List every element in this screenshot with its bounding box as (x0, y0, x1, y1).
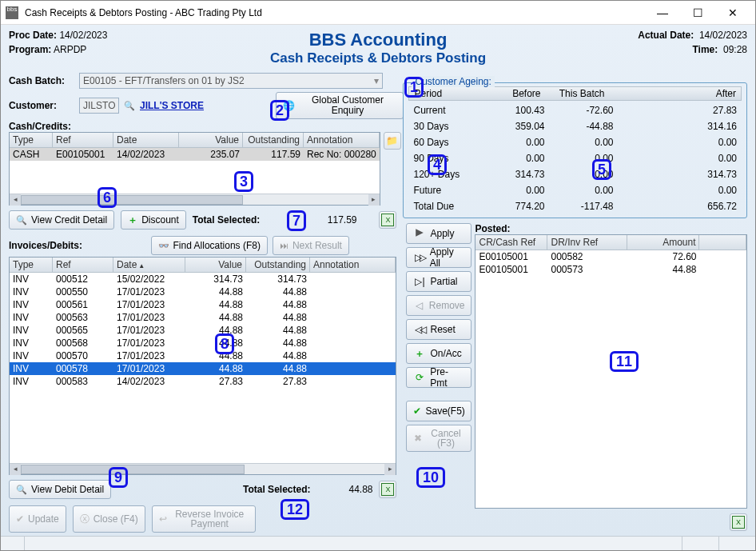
posted-row[interactable]: E0010500100057344.88 (475, 263, 746, 276)
excel-icon (732, 516, 745, 529)
close-button[interactable]: ✕ (715, 2, 750, 24)
lookup-customer-icon[interactable] (124, 100, 135, 111)
proc-date-label: Proc Date: (9, 30, 57, 41)
magnifier-icon (16, 214, 27, 226)
actual-date-value: 14/02/2023 (699, 30, 747, 41)
callout-4: 4 (428, 154, 447, 175)
credits-export-excel-button[interactable] (379, 211, 396, 229)
debits-export-excel-button[interactable] (379, 481, 396, 498)
customer-ageing-legend: Customer Ageing: (412, 76, 494, 87)
debits-row[interactable]: INV00051215/02/2022314.73314.73 (10, 273, 396, 285)
on-acc-button[interactable]: ＋On/Acc (406, 343, 472, 364)
callout-3: 3 (234, 171, 253, 192)
debits-row[interactable]: INV00057817/01/202344.8844.88 (10, 362, 396, 375)
ageing-row: 60 Days0.000.000.00 (408, 136, 742, 149)
app-icon: bbs (6, 6, 18, 19)
customer-label: Customer: (9, 100, 74, 111)
minimize-button[interactable]: — (645, 2, 680, 24)
svg-marker-0 (416, 229, 424, 237)
partial-button[interactable]: ▷|Partial (406, 271, 472, 292)
remove-button[interactable]: ◁Remove (406, 295, 472, 316)
debits-grid-header[interactable]: Type Ref Date▲ Value Outstanding Annotat… (10, 258, 396, 273)
excel-icon (381, 214, 394, 226)
credits-total-selected-value: 117.59 (266, 214, 372, 226)
cash-batch-label: Cash Batch: (9, 75, 74, 86)
cancel-button[interactable]: ✖Cancel (F3) (406, 425, 472, 452)
view-debit-detail-button[interactable]: View Debit Detail (9, 480, 111, 499)
posted-row[interactable]: E0010500100058272.60 (475, 250, 746, 263)
callout-7: 7 (287, 210, 306, 231)
debits-row[interactable]: INV00056517/01/202344.8844.88 (10, 324, 396, 337)
app-subtitle: Cash Receipts & Debtors Posting (193, 50, 563, 66)
debits-row[interactable]: INV00056317/01/202344.8844.88 (10, 311, 396, 324)
ageing-row: Current100.43-72.6027.83 (408, 104, 742, 117)
global-customer-enquiry-button[interactable]: 🌐 Global Customer Enquiry (276, 92, 404, 119)
magnifier-icon (16, 484, 27, 495)
credits-hscroll[interactable]: ◂▸ (10, 194, 380, 205)
save-button[interactable]: ✔Save(F5) (406, 401, 472, 421)
update-button[interactable]: ✔Update (9, 505, 66, 533)
binoculars-icon (158, 240, 169, 251)
check-icon: ✔ (16, 513, 24, 525)
ageing-header: Period Before This Batch After (408, 86, 742, 101)
apply-button[interactable]: Apply (406, 223, 472, 244)
window-title: Cash Receipts & Debtors Posting - ABC Tr… (25, 7, 645, 18)
next-result-button[interactable]: Next Result (273, 236, 349, 255)
maximize-button[interactable]: ☐ (680, 2, 715, 24)
time-value: 09:28 (723, 44, 747, 55)
view-credit-detail-button[interactable]: View Credit Detail (9, 210, 114, 230)
excel-icon (381, 483, 394, 496)
find-allocations-button[interactable]: Find Allocations (F8) (151, 236, 268, 255)
callout-8: 8 (215, 333, 234, 354)
status-bar (1, 536, 755, 550)
credits-grid-body[interactable]: CASHE0010500114/02/2023235.07117.59Rec N… (10, 148, 380, 194)
sort-asc-icon: ▲ (138, 262, 145, 270)
debits-row[interactable]: INV00057017/01/202344.8844.88 (10, 349, 396, 362)
debits-total-selected-value: 44.88 (316, 484, 372, 495)
credits-row[interactable]: CASHE0010500114/02/2023235.07117.59Rec N… (10, 148, 380, 161)
debits-total-selected-label: Total Selected: (243, 484, 310, 495)
callout-6: 6 (97, 187, 117, 208)
x-circle-icon: ⓧ (80, 513, 90, 526)
credits-total-selected-label: Total Selected: (193, 214, 260, 226)
program-value: ARPDP (54, 44, 86, 55)
reverse-invoice-payment-button[interactable]: ↩Reverse Invoice Payment (152, 505, 256, 533)
debits-row[interactable]: INV00056117/01/202344.8844.88 (10, 298, 396, 311)
customer-code-input[interactable]: JILSTO (79, 98, 119, 114)
debits-row[interactable]: INV00055017/01/202344.8844.88 (10, 285, 396, 298)
program-label: Program: (9, 44, 51, 55)
callout-5: 5 (592, 159, 611, 180)
time-label: Time: (693, 44, 718, 55)
posted-grid-body[interactable]: E0010500100058272.60E0010500100057344.88 (475, 250, 746, 508)
reset-button[interactable]: ◁◁Reset (406, 319, 472, 340)
callout-1: 1 (404, 77, 424, 98)
posted-export-excel-button[interactable] (730, 513, 747, 531)
posted-grid-header: CR/Cash Ref DR/Inv Ref Amount (475, 235, 746, 250)
callout-10: 10 (416, 467, 445, 488)
customer-ageing-panel: Customer Ageing: Period Before This Batc… (403, 82, 747, 218)
undo-icon: ↩ (159, 514, 167, 524)
ageing-row: Future0.000.000.00 (408, 184, 742, 197)
ageing-row: 120+ Days314.730.00314.73 (408, 168, 742, 181)
ageing-row: 90 Days0.000.000.00 (408, 152, 742, 165)
app-title: BBS Accounting (193, 30, 563, 50)
pre-pmt-button[interactable]: ⟳Pre-Pmt (406, 367, 472, 388)
debits-row[interactable]: INV00056817/01/202344.8844.88 (10, 337, 396, 349)
ageing-row: Total Due774.20-117.48656.72 (408, 200, 742, 213)
cash-batch-select[interactable]: E00105 - EFT/Transfers on 01 by JS2 ▾ (79, 73, 383, 89)
proc-date-value: 14/02/2023 (59, 30, 107, 41)
customer-name-link[interactable]: JILL'S STORE (140, 100, 204, 111)
apply-all-button[interactable]: ▷▷Apply All (406, 247, 472, 268)
plus-icon: ＋ (128, 214, 137, 227)
actual-date-label: Actual Date: (638, 30, 694, 41)
ageing-row: 30 Days359.04-44.88314.16 (408, 120, 742, 133)
discount-button[interactable]: ＋Discount (121, 210, 186, 230)
credits-side-button[interactable]: 📁 (384, 132, 401, 150)
debits-hscroll[interactable]: ◂▸ (10, 463, 396, 474)
debits-grid-body[interactable]: INV00051215/02/2022314.73314.73INV000550… (10, 273, 396, 463)
credits-grid-header: Type Ref Date Value Outstanding Annotati… (10, 133, 380, 148)
chevron-down-icon: ▾ (374, 75, 379, 86)
debits-row[interactable]: INV00058314/02/202327.8327.83 (10, 375, 396, 388)
close-button-f4[interactable]: ⓧClose (F4) (73, 505, 145, 533)
callout-2: 2 (270, 100, 289, 121)
